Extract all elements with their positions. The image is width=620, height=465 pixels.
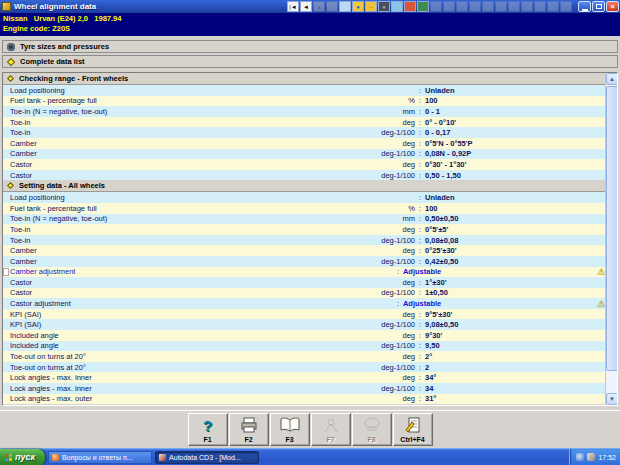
row-value: 2 xyxy=(425,363,605,372)
start-button[interactable]: пуск xyxy=(0,449,45,465)
row-label: Castor xyxy=(3,278,330,287)
row-unit: deg-1/100 xyxy=(330,288,415,297)
tool-icon-6 xyxy=(495,1,507,12)
minimize-button[interactable] xyxy=(578,1,591,12)
window-title: Wheel alignment data xyxy=(14,2,96,11)
browser-task-icon xyxy=(52,454,59,461)
nav-back-icon[interactable]: ◄ xyxy=(300,1,312,12)
close-button[interactable]: × xyxy=(606,1,619,12)
scrollbar-thumb[interactable] xyxy=(606,86,618,371)
vehicle-name: Nissan Urvan (E24) 2,0 1987.94 xyxy=(3,14,620,24)
row-value: 1±0,50 xyxy=(425,288,605,297)
section-tyre-label: Tyre sizes and pressures xyxy=(20,42,109,51)
screen-icon[interactable] xyxy=(339,1,351,12)
nav-first-icon[interactable]: |◄ xyxy=(287,1,299,12)
row-colon: : xyxy=(415,257,425,266)
data-row: Castor deg : 0°30' - 1°30' ⚠ xyxy=(3,159,605,170)
measure-icon xyxy=(322,415,340,435)
row-label: Included angle xyxy=(3,331,330,340)
row-value: 31° xyxy=(425,394,605,403)
notes-icon xyxy=(404,415,422,435)
start-label: пуск xyxy=(15,452,35,462)
row-unit: deg-1/100 xyxy=(330,384,415,393)
system-tray: 17:52 xyxy=(569,449,620,465)
row-unit: deg xyxy=(330,310,415,319)
taskbar: пуск Вопросы и ответы п... Autodata CD3 … xyxy=(0,448,620,465)
row-colon: : xyxy=(415,352,425,361)
fkey-label: F7 xyxy=(326,435,334,444)
printer-icon xyxy=(240,415,258,435)
warning-triangle-icon: ⚠ xyxy=(597,300,605,308)
row-unit: deg-1/100 xyxy=(330,149,415,158)
arrow-icon[interactable]: → xyxy=(365,1,377,12)
help-icon: ? xyxy=(203,415,212,435)
manual-button[interactable]: F3 xyxy=(270,413,310,446)
row-value: 0° - 0°10' xyxy=(425,118,605,127)
row-colon: : xyxy=(415,288,425,297)
scroll-down-icon[interactable]: ▼ xyxy=(606,393,618,405)
section-tyre-sizes[interactable]: Tyre sizes and pressures xyxy=(2,40,618,53)
row-colon: : xyxy=(415,139,425,148)
task-label: Вопросы и ответы п... xyxy=(62,454,133,461)
manual-icon[interactable] xyxy=(404,1,416,12)
row-label: Toe-in xyxy=(3,128,330,137)
minimize-icon xyxy=(582,9,588,11)
row-focus-marker xyxy=(3,268,9,276)
window-icon xyxy=(326,1,338,12)
row-colon: : xyxy=(415,160,425,169)
row-value: 100 xyxy=(425,204,605,213)
restore-button[interactable] xyxy=(592,1,605,12)
data-row: Toe-in deg-1/100 : 0,08±0,08 ⚠ xyxy=(3,235,605,246)
row-label: KPI (SAI) xyxy=(3,320,330,329)
row-colon: : xyxy=(415,246,425,255)
row-unit: deg xyxy=(330,246,415,255)
row-unit: deg-1/100 xyxy=(330,128,415,137)
row-unit: deg xyxy=(330,373,415,382)
tool-icon-10 xyxy=(547,1,559,12)
diamond-icon xyxy=(7,75,14,82)
globe-icon[interactable]: ● xyxy=(352,1,364,12)
row-label: Castor xyxy=(3,171,330,180)
tray-volume-icon[interactable] xyxy=(587,453,595,461)
data-row: Load positioning : Unladen ⚠ xyxy=(3,192,605,203)
subsection-setting-data[interactable]: Setting data - All wheels xyxy=(3,180,605,192)
tyre-icon[interactable]: ● xyxy=(378,1,390,12)
taskbar-task-browser[interactable]: Вопросы и ответы п... xyxy=(48,451,152,464)
diamond-icon xyxy=(7,57,15,65)
row-value: 9,08±0,50 xyxy=(425,320,605,329)
app-icon xyxy=(2,2,11,11)
vertical-scrollbar[interactable]: ▲ ▼ xyxy=(605,73,617,405)
data-row: Toe-in (N = negative, toe-out) mm : 0 - … xyxy=(3,106,605,117)
tray-network-icon[interactable] xyxy=(576,453,584,461)
map-icon[interactable] xyxy=(391,1,403,12)
autodata-task-icon xyxy=(159,454,166,461)
photo-icon[interactable] xyxy=(417,1,429,12)
row-unit: % xyxy=(330,96,415,105)
section-complete-data[interactable]: Complete data list xyxy=(2,55,618,68)
row-label[interactable]: Camber adjustment xyxy=(3,267,308,276)
row-label: Fuel tank - percentage full xyxy=(3,204,330,213)
help-button[interactable]: ? F1 xyxy=(188,413,228,446)
row-unit: deg xyxy=(330,331,415,340)
scroll-up-icon[interactable]: ▲ xyxy=(606,73,618,85)
document-icon xyxy=(363,415,381,435)
row-label: Castor adjustment xyxy=(3,299,308,308)
print-button[interactable]: F2 xyxy=(229,413,269,446)
data-row: Camber adjustment : Adjustable ⚠ xyxy=(3,267,605,278)
row-colon: : xyxy=(415,171,425,180)
fkey-label: F1 xyxy=(203,435,211,444)
row-colon: : xyxy=(415,310,425,319)
taskbar-task-autodata[interactable]: Autodata CD3 - [Mod... xyxy=(155,451,259,464)
row-value: 0,08N - 0,92P xyxy=(425,149,605,158)
data-row: Toe-in (N = negative, toe-out) mm : 0,50… xyxy=(3,214,605,225)
row-value: 0°25'±30' xyxy=(425,246,605,255)
notes-button[interactable]: Ctrl+F4 xyxy=(393,413,433,446)
data-row: Toe-out on turns at 20° deg-1/100 : 2 ⚠ xyxy=(3,362,605,373)
subsection-checking-range[interactable]: Checking range - Front wheels xyxy=(3,73,605,85)
row-value: 1°±30' xyxy=(425,278,605,287)
row-value: Adjustable xyxy=(403,299,583,308)
row-colon: : xyxy=(415,363,425,372)
row-unit: mm xyxy=(330,214,415,223)
data-row: KPI (SAI) deg-1/100 : 9,08±0,50 ⚠ xyxy=(3,319,605,330)
function-key-toolbar: ? F1 F2 F3 F7 F8 xyxy=(0,410,620,448)
